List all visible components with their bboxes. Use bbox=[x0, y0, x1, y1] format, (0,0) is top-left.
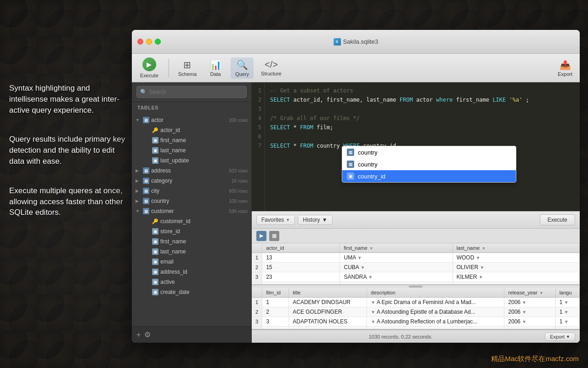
col-release-year[interactable]: release_year▼ bbox=[504, 288, 555, 298]
db-icon: S bbox=[334, 38, 341, 46]
autocomplete-item-country1[interactable]: ▦ country bbox=[342, 146, 516, 158]
field-icon: ▣ bbox=[152, 147, 158, 154]
minimize-button[interactable] bbox=[146, 39, 152, 45]
field-actor-id[interactable]: 🔑 actor_id bbox=[132, 125, 251, 135]
key-icon: 🔑 bbox=[152, 127, 158, 133]
execute-toolbar-button[interactable]: ▶ Execute bbox=[136, 55, 163, 81]
autocomplete-item-country-id[interactable]: ▣ country_id bbox=[342, 170, 516, 182]
field-icon: ▣ bbox=[152, 259, 158, 265]
code-line-4: /* Grab all of our films */ bbox=[270, 114, 574, 123]
status-text: 1030 records. 0.22 seconds. bbox=[256, 334, 545, 339]
search-wrap: 🔍 bbox=[136, 86, 247, 98]
ac-field-icon-3: ▣ bbox=[347, 172, 354, 180]
col-language[interactable]: langu bbox=[555, 288, 579, 298]
code-area[interactable]: -- Get a subset of actors SELECT actor_i… bbox=[265, 82, 580, 211]
results-tab-play[interactable]: ▶ bbox=[256, 231, 266, 241]
execute-run-button[interactable]: Execute bbox=[540, 214, 575, 225]
col-last-name[interactable]: last_name▼ bbox=[452, 243, 579, 253]
tables-header: Tables bbox=[132, 102, 251, 113]
history-arrow-icon: ▼ bbox=[322, 217, 328, 223]
data-icon: 📊 bbox=[210, 59, 221, 70]
query-toolbar-button[interactable]: 🔍 Query bbox=[231, 58, 254, 79]
results-tab-grid[interactable]: ▦ bbox=[269, 231, 279, 241]
field-store-id[interactable]: ▣ store_id bbox=[132, 226, 251, 236]
data-toolbar-button[interactable]: 📊 Data bbox=[204, 58, 227, 79]
address-table-icon: ▦ bbox=[143, 167, 149, 174]
key-icon: 🔑 bbox=[152, 218, 158, 224]
window-title: S Sakila.sqlite3 bbox=[334, 38, 379, 46]
col-description[interactable]: description bbox=[367, 288, 504, 298]
autocomplete-dropdown[interactable]: ▦ country ▦ country ▣ country_id bbox=[342, 146, 516, 183]
settings-icon[interactable]: ⚙ bbox=[144, 330, 151, 339]
sidebar-bottom-bar: + ⚙ bbox=[132, 326, 251, 343]
autocomplete-item-country2[interactable]: ▦ country bbox=[342, 158, 516, 170]
search-icon: 🔍 bbox=[140, 89, 147, 95]
field-email[interactable]: ▣ email bbox=[132, 257, 251, 267]
field-active[interactable]: ▣ active bbox=[132, 277, 251, 287]
schema-toolbar-button[interactable]: ⊞ Schema bbox=[175, 58, 200, 79]
field-icon: ▣ bbox=[152, 228, 158, 235]
col-rownum-1 bbox=[252, 243, 262, 253]
table-city[interactable]: ▶ ▦ city 600 rows bbox=[132, 186, 251, 196]
watermark: 精品Mac软件尽在macfz.com bbox=[491, 355, 579, 363]
col-film-id[interactable]: film_id bbox=[262, 288, 289, 298]
films-result-table-wrap: film_id title description release_year▼ … bbox=[252, 288, 580, 330]
actors-result-table: actor_id first_name▼ last_name▼ 1 13 UMA… bbox=[252, 243, 580, 285]
col-title[interactable]: title bbox=[289, 288, 367, 298]
maximize-button[interactable] bbox=[155, 39, 161, 45]
close-button[interactable] bbox=[137, 39, 143, 45]
marketing-block-1: Syntax highlighting and intellisense mak… bbox=[9, 83, 129, 115]
customer-table-icon: ▦ bbox=[143, 208, 149, 214]
query-area: 1 2 3 4 5 6 7 -- Get a subset of actors bbox=[252, 82, 580, 343]
field-first-name-customer[interactable]: ▣ first_name bbox=[132, 236, 251, 247]
field-address-id[interactable]: ▣ address_id bbox=[132, 267, 251, 277]
field-icon: ▣ bbox=[152, 238, 158, 245]
toolbar-separator-1 bbox=[169, 59, 169, 77]
table-actor[interactable]: ▼ ▦ actor 200 rows bbox=[132, 115, 251, 125]
table-row: 2 15 CUBA ▼ OLIVIER ▼ bbox=[252, 263, 580, 272]
history-button[interactable]: History ▼ bbox=[298, 215, 332, 225]
favorites-button[interactable]: Favorites ▼ bbox=[256, 215, 295, 225]
status-bar: 1030 records. 0.22 seconds. Export ▼ bbox=[252, 330, 580, 343]
results-tabs-bar: ▶ ▦ bbox=[252, 229, 580, 243]
city-table-icon: ▦ bbox=[143, 188, 149, 194]
field-first-name-actor[interactable]: ▣ first_name bbox=[132, 135, 251, 145]
ac-table-icon-2: ▦ bbox=[347, 161, 354, 168]
export-toolbar-button[interactable]: 📤 Export bbox=[554, 58, 576, 79]
table-address[interactable]: ▶ ▦ address 603 rows bbox=[132, 166, 251, 176]
export-icon: 📤 bbox=[560, 59, 571, 70]
marketing-block-2: Query results include primary key detect… bbox=[9, 134, 129, 167]
films-result-table: film_id title description release_year▼ … bbox=[252, 288, 580, 330]
table-category[interactable]: ▶ ▦ category 16 rows bbox=[132, 176, 251, 186]
col-rownum-2 bbox=[252, 288, 262, 298]
field-create-date[interactable]: ▣ create_date bbox=[132, 287, 251, 297]
code-line-3 bbox=[270, 104, 574, 114]
field-last-name-actor[interactable]: ▣ last_name bbox=[132, 145, 251, 155]
field-icon: ▣ bbox=[152, 269, 158, 275]
col-actor-id[interactable]: actor_id bbox=[262, 243, 340, 253]
structure-icon: </> bbox=[265, 59, 278, 70]
country-expand-arrow: ▶ bbox=[136, 199, 141, 203]
results-tables: actor_id first_name▼ last_name▼ 1 13 UMA… bbox=[252, 243, 580, 330]
field-icon: ▣ bbox=[152, 157, 158, 164]
field-icon: ▣ bbox=[152, 248, 158, 255]
sql-editor[interactable]: 1 2 3 4 5 6 7 -- Get a subset of actors bbox=[252, 82, 580, 211]
col-first-name[interactable]: first_name▼ bbox=[340, 243, 452, 253]
field-icon: ▣ bbox=[152, 289, 158, 295]
sql-lines: 1 2 3 4 5 6 7 -- Get a subset of actors bbox=[252, 82, 580, 211]
search-input[interactable] bbox=[136, 86, 247, 98]
add-table-button[interactable]: + bbox=[136, 331, 141, 339]
field-last-update-actor[interactable]: ▣ last_update bbox=[132, 155, 251, 166]
traffic-lights bbox=[137, 39, 161, 45]
structure-toolbar-button[interactable]: </> Structure bbox=[257, 58, 285, 78]
table-customer[interactable]: ▼ ▦ customer 599 rows bbox=[132, 206, 251, 216]
actor-table-icon: ▦ bbox=[143, 117, 149, 123]
table-country[interactable]: ▶ ▦ country 109 rows bbox=[132, 196, 251, 206]
field-icon: ▣ bbox=[152, 137, 158, 144]
execute-play-icon: ▶ bbox=[142, 58, 156, 71]
actors-result-table-wrap: actor_id first_name▼ last_name▼ 1 13 UMA… bbox=[252, 243, 580, 285]
field-customer-id[interactable]: 🔑 customer_id bbox=[132, 216, 251, 226]
export-bottom-button[interactable]: Export ▼ bbox=[545, 333, 575, 341]
table-row: 4 4 AFFAIR PREJUDICE ▼ A Fanciful Docume… bbox=[252, 326, 580, 330]
field-last-name-customer[interactable]: ▣ last_name bbox=[132, 247, 251, 257]
